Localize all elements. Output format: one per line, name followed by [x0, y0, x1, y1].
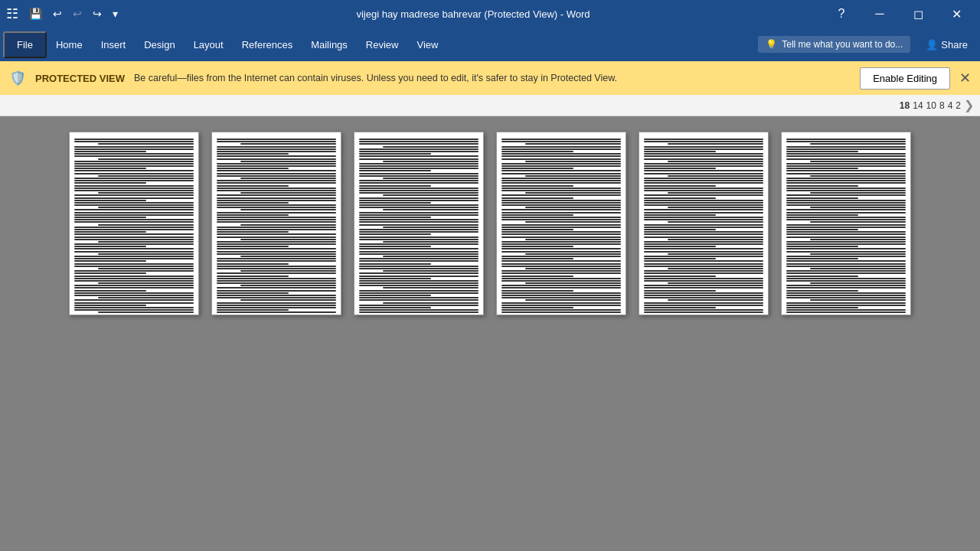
share-label: Share [941, 39, 968, 51]
search-placeholder: Tell me what you want to do... [782, 39, 903, 50]
menu-references[interactable]: References [233, 33, 302, 57]
title-bar-left: ☷ 💾 ↩ ↩ ↪ ▾ [6, 5, 122, 23]
page-4[interactable] [496, 132, 626, 315]
page-3[interactable] [354, 132, 484, 315]
page-5-content [639, 132, 768, 315]
title-bar-controls: ? ─ ◻ ✕ [824, 0, 974, 28]
page-6[interactable] [781, 132, 911, 315]
page-6-content [782, 132, 910, 315]
close-button[interactable]: ✕ [939, 0, 974, 28]
zoom-14[interactable]: 14 [913, 100, 923, 111]
dropdown-button[interactable]: ▾ [108, 5, 122, 23]
enable-editing-button[interactable]: Enable Editing [860, 67, 950, 90]
title-bar: ☷ 💾 ↩ ↩ ↪ ▾ vijegi hay madrese bahrevar … [0, 0, 980, 28]
redo-button[interactable]: ↪ [88, 5, 106, 23]
pages-row [54, 132, 926, 315]
quick-access-toolbar: 💾 ↩ ↩ ↪ ▾ [24, 5, 122, 23]
menu-bar: File Home Insert Design Layout Reference… [0, 28, 980, 61]
menu-mailings[interactable]: Mailings [302, 33, 357, 57]
minimize-button[interactable]: ─ [862, 0, 897, 28]
lightbulb-icon: 💡 [766, 39, 777, 50]
menu-view[interactable]: View [407, 33, 447, 57]
undo-button[interactable]: ↩ [48, 5, 67, 23]
zoom-10[interactable]: 10 [926, 100, 936, 111]
protected-label: PROTECTED VIEW [35, 73, 125, 84]
zoom-controls: 18 14 10 8 4 2 ❯ [900, 98, 974, 112]
zoom-8[interactable]: 8 [939, 100, 945, 111]
word-icon: ☷ [6, 5, 18, 22]
menu-insert[interactable]: Insert [92, 33, 136, 57]
page-1-content [70, 132, 198, 315]
page-5[interactable] [639, 132, 769, 315]
zoom-arrow-icon[interactable]: ❯ [964, 98, 974, 112]
share-icon: 👤 [926, 39, 938, 51]
menu-review[interactable]: Review [357, 33, 408, 57]
page-2-content [212, 132, 341, 315]
page-4-content [497, 132, 626, 315]
page-3-content [354, 132, 483, 315]
help-button[interactable]: ? [824, 0, 859, 28]
search-bar[interactable]: 💡 Tell me what you want to do... [758, 36, 910, 53]
zoom-2[interactable]: 2 [956, 100, 961, 111]
zoom-4[interactable]: 4 [948, 100, 953, 111]
ruler-area: 18 14 10 8 4 2 ❯ [0, 95, 980, 116]
page-2[interactable] [211, 132, 341, 315]
menu-design[interactable]: Design [135, 33, 184, 57]
save-button[interactable]: 💾 [24, 5, 47, 23]
undo-button-grey[interactable]: ↩ [68, 5, 87, 23]
maximize-button[interactable]: ◻ [900, 0, 936, 28]
protected-message: Be careful—files from the Internet can c… [134, 73, 851, 83]
protected-view-bar: 🛡️ PROTECTED VIEW Be careful—files from … [0, 61, 980, 95]
menu-file[interactable]: File [3, 31, 47, 58]
document-area [0, 116, 980, 551]
menu-home[interactable]: Home [47, 33, 92, 57]
close-bar-button[interactable]: ✕ [959, 70, 971, 86]
menu-layout[interactable]: Layout [185, 33, 233, 57]
zoom-18[interactable]: 18 [900, 100, 910, 111]
window-title: vijegi hay madrese bahrevar (Protected V… [122, 8, 824, 20]
share-button[interactable]: 👤 Share [916, 34, 977, 55]
page-1[interactable] [69, 132, 199, 315]
shield-icon: 🛡️ [9, 70, 26, 86]
